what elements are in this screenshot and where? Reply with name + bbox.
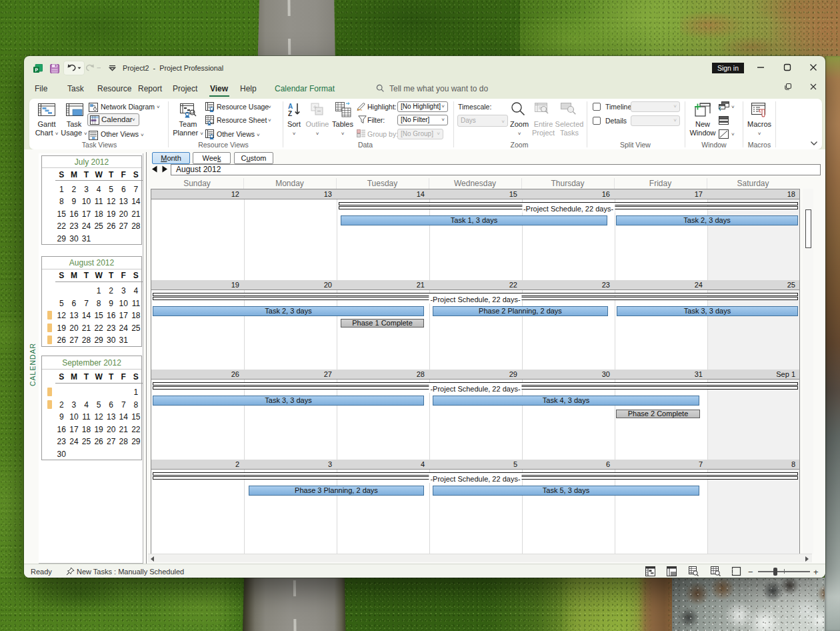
svg-text:A: A <box>288 103 293 110</box>
svg-text:Z: Z <box>288 110 292 117</box>
